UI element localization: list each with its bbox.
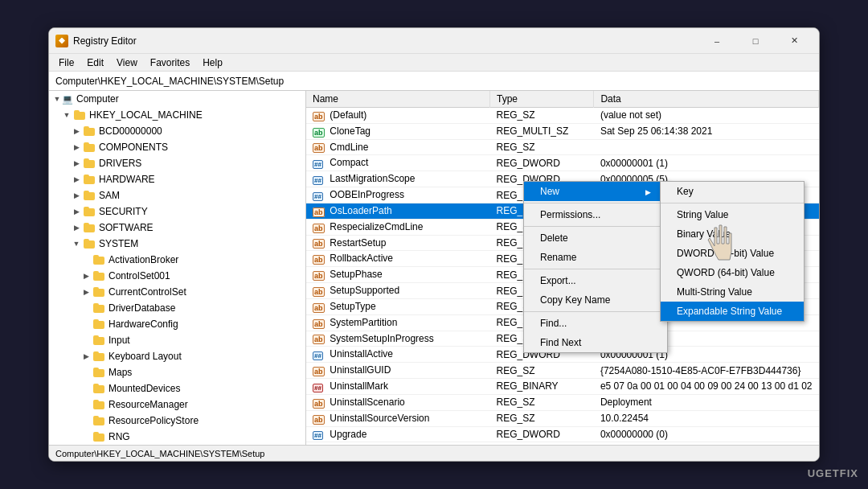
- reg-type-icon: [313, 190, 324, 201]
- reg-name: Compact: [306, 155, 489, 171]
- maximize-button[interactable]: □: [737, 29, 774, 53]
- tree-components[interactable]: COMPONENTS: [49, 139, 305, 155]
- reg-type: REG_BINARY: [489, 379, 593, 395]
- reg-name-text: Compact: [330, 157, 368, 168]
- menu-bar: File Edit View Favorites Help: [49, 54, 819, 72]
- reg-name-text: OsLoaderPath: [330, 205, 391, 216]
- submenu-arrow: [645, 186, 651, 197]
- reg-data: Sat Sep 25 06:14:38 2021: [594, 123, 819, 139]
- reg-data: Deployment: [594, 394, 819, 410]
- table-row[interactable]: WorkingDirectory REG_SZ C:\WINDOWS\Panth…: [306, 442, 819, 445]
- reg-name: OsLoaderPath: [306, 203, 489, 219]
- reg-data: (value not set): [594, 108, 819, 124]
- tree-sam[interactable]: SAM: [49, 187, 305, 203]
- table-row[interactable]: Compact REG_DWORD 0x00000001 (1): [306, 155, 819, 171]
- close-button[interactable]: ✕: [776, 29, 813, 53]
- tree-hardwareconfig[interactable]: HardwareConfig: [49, 316, 305, 332]
- reg-type-icon: [313, 206, 324, 217]
- submenu-key[interactable]: Key: [661, 182, 804, 201]
- menu-edit[interactable]: Edit: [80, 55, 110, 70]
- tree-resourcemanager[interactable]: ResourceManager: [49, 397, 305, 413]
- table-row[interactable]: Upgrade REG_DWORD 0x00000000 (0): [306, 426, 819, 442]
- tree-hklm[interactable]: HKEY_LOCAL_MACHINE: [49, 107, 305, 123]
- tree-input[interactable]: Input: [49, 332, 305, 348]
- tree-hklm-label: HKEY_LOCAL_MACHINE: [89, 109, 203, 121]
- submenu-expandable[interactable]: Expandable String Value: [661, 302, 804, 321]
- col-name[interactable]: Name: [306, 91, 489, 108]
- reg-name-text: CmdLine: [330, 142, 368, 153]
- ctx-copykey[interactable]: Copy Key Name: [524, 290, 667, 310]
- status-bar: Computer\HKEY_LOCAL_MACHINE\SYSTEM\Setup: [49, 445, 819, 461]
- tree-hardware[interactable]: HARDWARE: [49, 171, 305, 187]
- reg-type-icon: [313, 381, 324, 392]
- tree-drivers[interactable]: DRIVERS: [49, 155, 305, 171]
- tree-system[interactable]: SYSTEM: [49, 236, 305, 252]
- reg-name-text: WorkingDirectory: [330, 444, 403, 445]
- ctx-delete[interactable]: Delete: [524, 228, 667, 248]
- submenu-binary[interactable]: Binary Value: [661, 224, 804, 244]
- reg-name: Upgrade: [306, 426, 489, 442]
- submenu-multistring[interactable]: Multi-String Value: [661, 282, 804, 302]
- table-row[interactable]: UninstallMark REG_BINARY e5 07 0a 00 01 …: [306, 379, 819, 395]
- tree-keyboard[interactable]: Keyboard Layout: [49, 348, 305, 364]
- window-title: Registry Editor: [73, 35, 698, 47]
- tree-driverdb[interactable]: DriverDatabase: [49, 300, 305, 316]
- reg-type-icon: [313, 237, 324, 249]
- tree-security[interactable]: SECURITY: [49, 203, 305, 220]
- submenu-dword[interactable]: DWORD (32-bit) Value: [661, 244, 804, 263]
- reg-type-icon: [313, 174, 324, 185]
- reg-type: REG_SZ: [489, 394, 593, 410]
- window-controls: – □ ✕: [698, 29, 813, 53]
- status-text: Computer\HKEY_LOCAL_MACHINE\SYSTEM\Setup: [55, 449, 264, 458]
- table-row[interactable]: UninstallSourceVersion REG_SZ 10.0.22454: [306, 410, 819, 426]
- reg-name-text: UninstallActive: [330, 348, 393, 360]
- reg-type: REG_SZ: [489, 108, 593, 124]
- tree-controlset001[interactable]: ControlSet001: [49, 268, 305, 284]
- table-row[interactable]: UninstallScenario REG_SZ Deployment: [306, 394, 819, 410]
- col-type[interactable]: Type: [489, 91, 593, 108]
- menu-file[interactable]: File: [52, 55, 80, 70]
- tree-panel[interactable]: 💻 Computer HKEY_LOCAL_MACHINE BCD0000000…: [49, 91, 306, 445]
- tree-activation[interactable]: ActivationBroker: [49, 252, 305, 268]
- ctx-new[interactable]: New: [524, 182, 667, 201]
- reg-type-icon: [313, 142, 324, 153]
- tree-currentcontrolset[interactable]: CurrentControlSet: [49, 284, 305, 300]
- ctx-sep3: [524, 269, 667, 269]
- ctx-find[interactable]: Find...: [524, 314, 667, 333]
- ctx-permissions[interactable]: Permissions...: [524, 205, 667, 224]
- ctx-rename[interactable]: Rename: [524, 248, 667, 267]
- tree-rng[interactable]: RNG: [49, 429, 305, 445]
- reg-name-text: RestartSetup: [330, 237, 386, 249]
- reg-type: REG_SZ: [489, 410, 593, 426]
- table-row[interactable]: UninstallGUID REG_SZ {7254A080-1510-4E85…: [306, 363, 819, 379]
- reg-data: [594, 139, 819, 155]
- reg-type: REG_SZ: [489, 139, 593, 155]
- tree-computer[interactable]: 💻 Computer: [49, 91, 305, 107]
- table-row[interactable]: (Default) REG_SZ (value not set): [306, 108, 819, 124]
- tree-bcd[interactable]: BCD00000000: [49, 123, 305, 139]
- menu-help[interactable]: Help: [196, 55, 229, 70]
- table-row[interactable]: CmdLine REG_SZ: [306, 139, 819, 155]
- new-submenu: Key String Value Binary Value DWORD (32-…: [660, 181, 805, 322]
- ctx-export[interactable]: Export...: [524, 271, 667, 290]
- tree-maps[interactable]: Maps: [49, 364, 305, 380]
- reg-type-icon: [313, 349, 324, 360]
- reg-type: REG_MULTI_SZ: [489, 123, 593, 139]
- submenu-string[interactable]: String Value: [661, 205, 804, 224]
- tree-software[interactable]: SOFTWARE: [49, 220, 305, 236]
- tree-mounteddevices[interactable]: MountedDevices: [49, 380, 305, 397]
- reg-name: SetupPhase: [306, 267, 489, 283]
- menu-view[interactable]: View: [110, 55, 144, 70]
- tree-resourcepolicystore[interactable]: ResourcePolicyStore: [49, 413, 305, 429]
- table-row[interactable]: CloneTag REG_MULTI_SZ Sat Sep 25 06:14:3…: [306, 123, 819, 139]
- reg-type: REG_DWORD: [489, 155, 593, 171]
- ctx-findnext[interactable]: Find Next: [524, 333, 667, 352]
- col-data[interactable]: Data: [594, 91, 819, 108]
- address-bar: Computer\HKEY_LOCAL_MACHINE\SYSTEM\Setup: [49, 72, 819, 91]
- reg-name: UninstallScenario: [306, 394, 489, 410]
- minimize-button[interactable]: –: [698, 29, 735, 53]
- submenu-qword[interactable]: QWORD (64-bit) Value: [661, 263, 804, 282]
- reg-type: REG_SZ: [489, 363, 593, 379]
- reg-type: REG_DWORD: [489, 426, 593, 442]
- menu-favorites[interactable]: Favorites: [144, 55, 196, 70]
